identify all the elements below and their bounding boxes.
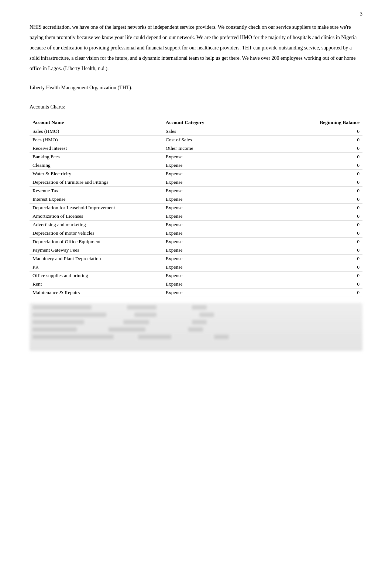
cell-account-category: Expense — [163, 272, 279, 280]
col-header-name: Account Name — [30, 118, 163, 127]
cell-beginning-balance: 0 — [279, 187, 362, 195]
cell-account-name: Amortization of Licenses — [30, 212, 163, 221]
cell-beginning-balance: 0 — [279, 263, 362, 272]
cell-account-name: Rent — [30, 280, 163, 289]
cell-beginning-balance: 0 — [279, 221, 362, 229]
table-row: Depreciation of motor vehiclesExpense0 — [30, 229, 362, 238]
cell-account-name: Received interest — [30, 144, 163, 153]
body-text: NHIS accreditation, we have one of the l… — [30, 22, 362, 74]
blurred-section — [30, 303, 362, 351]
cell-account-name: Depreciation of Furniture and Fittings — [30, 178, 163, 187]
cell-account-name: Advertising and marketing — [30, 221, 163, 229]
cell-account-category: Expense — [163, 238, 279, 246]
table-row: Interest ExpenseExpense0 — [30, 195, 362, 204]
cell-account-name: Water & Electricity — [30, 170, 163, 178]
cell-account-name: Office supplies and printing — [30, 272, 163, 280]
cell-beginning-balance: 0 — [279, 136, 362, 144]
cell-account-category: Expense — [163, 246, 279, 255]
cell-beginning-balance: 0 — [279, 153, 362, 161]
table-row: Amortization of LicensesExpense0 — [30, 212, 362, 221]
cell-beginning-balance: 0 — [279, 280, 362, 289]
table-row: Depreciation of Furniture and FittingsEx… — [30, 178, 362, 187]
cell-beginning-balance: 0 — [279, 144, 362, 153]
cell-account-category: Expense — [163, 161, 279, 170]
cell-beginning-balance: 0 — [279, 238, 362, 246]
table-row: Maintenance & RepairsExpense0 — [30, 289, 362, 297]
col-header-balance: Beginning Balance — [279, 118, 362, 127]
cell-account-category: Expense — [163, 187, 279, 195]
cell-account-name: Payment Gateway Fees — [30, 246, 163, 255]
cell-account-category: Expense — [163, 289, 279, 297]
cell-account-name: Sales (HMO) — [30, 127, 163, 136]
cell-beginning-balance: 0 — [279, 212, 362, 221]
table-row: Revenue TaxExpense0 — [30, 187, 362, 195]
cell-account-name: Machinery and Plant Depreciation — [30, 255, 163, 263]
cell-account-category: Expense — [163, 255, 279, 263]
cell-beginning-balance: 0 — [279, 170, 362, 178]
table-row: PRExpense0 — [30, 263, 362, 272]
cell-account-category: Expense — [163, 195, 279, 204]
table-row: Depreciation of Office EquipmentExpense0 — [30, 238, 362, 246]
col-header-category: Account Category — [163, 118, 279, 127]
cell-beginning-balance: 0 — [279, 178, 362, 187]
cell-beginning-balance: 0 — [279, 195, 362, 204]
cell-account-name: PR — [30, 263, 163, 272]
cell-account-name: Revenue Tax — [30, 187, 163, 195]
page: 3 NHIS accreditation, we have one of the… — [0, 0, 392, 576]
table-row: Water & ElectricityExpense0 — [30, 170, 362, 178]
table-row: Sales (HMO)Sales0 — [30, 127, 362, 136]
cell-account-category: Expense — [163, 204, 279, 212]
cell-beginning-balance: 0 — [279, 204, 362, 212]
cell-account-category: Expense — [163, 221, 279, 229]
cell-account-category: Expense — [163, 263, 279, 272]
cell-account-name: Depreciation of Office Equipment — [30, 238, 163, 246]
table-row: Office supplies and printingExpense0 — [30, 272, 362, 280]
table-row: Depreciation for Leasehold ImprovementEx… — [30, 204, 362, 212]
cell-account-name: Maintenance & Repairs — [30, 289, 163, 297]
table-row: Advertising and marketingExpense0 — [30, 221, 362, 229]
table-row: RentExpense0 — [30, 280, 362, 289]
table-row: Received interestOther Income0 — [30, 144, 362, 153]
cell-account-category: Expense — [163, 153, 279, 161]
cell-beginning-balance: 0 — [279, 255, 362, 263]
cell-account-category: Expense — [163, 280, 279, 289]
cell-account-name: Fees (HMO) — [30, 136, 163, 144]
cell-beginning-balance: 0 — [279, 289, 362, 297]
cell-beginning-balance: 0 — [279, 229, 362, 238]
org-label: Liberty Health Management Organization (… — [30, 83, 362, 93]
table-row: Banking FeesExpense0 — [30, 153, 362, 161]
cell-account-name: Depreciation of motor vehicles — [30, 229, 163, 238]
accounts-table: Account Name Account Category Beginning … — [30, 118, 362, 297]
table-row: Fees (HMO)Cost of Sales0 — [30, 136, 362, 144]
page-number: 3 — [360, 11, 362, 17]
table-header-row: Account Name Account Category Beginning … — [30, 118, 362, 127]
cell-account-category: Other Income — [163, 144, 279, 153]
table-row: CleaningExpense0 — [30, 161, 362, 170]
cell-account-category: Expense — [163, 212, 279, 221]
cell-account-name: Banking Fees — [30, 153, 163, 161]
table-row: Machinery and Plant DepreciationExpense0 — [30, 255, 362, 263]
cell-account-category: Sales — [163, 127, 279, 136]
table-row: Payment Gateway FeesExpense0 — [30, 246, 362, 255]
cell-account-category: Expense — [163, 178, 279, 187]
cell-account-category: Expense — [163, 229, 279, 238]
cell-account-category: Expense — [163, 170, 279, 178]
cell-account-name: Depreciation for Leasehold Improvement — [30, 204, 163, 212]
accounts-table-wrapper: Account Name Account Category Beginning … — [30, 118, 362, 351]
cell-account-name: Interest Expense — [30, 195, 163, 204]
cell-account-name: Cleaning — [30, 161, 163, 170]
cell-beginning-balance: 0 — [279, 161, 362, 170]
cell-account-category: Cost of Sales — [163, 136, 279, 144]
cell-beginning-balance: 0 — [279, 127, 362, 136]
cell-beginning-balance: 0 — [279, 272, 362, 280]
cell-beginning-balance: 0 — [279, 246, 362, 255]
table-body: Sales (HMO)Sales0Fees (HMO)Cost of Sales… — [30, 127, 362, 297]
accounts-label: Accounts Charts: — [30, 102, 362, 112]
